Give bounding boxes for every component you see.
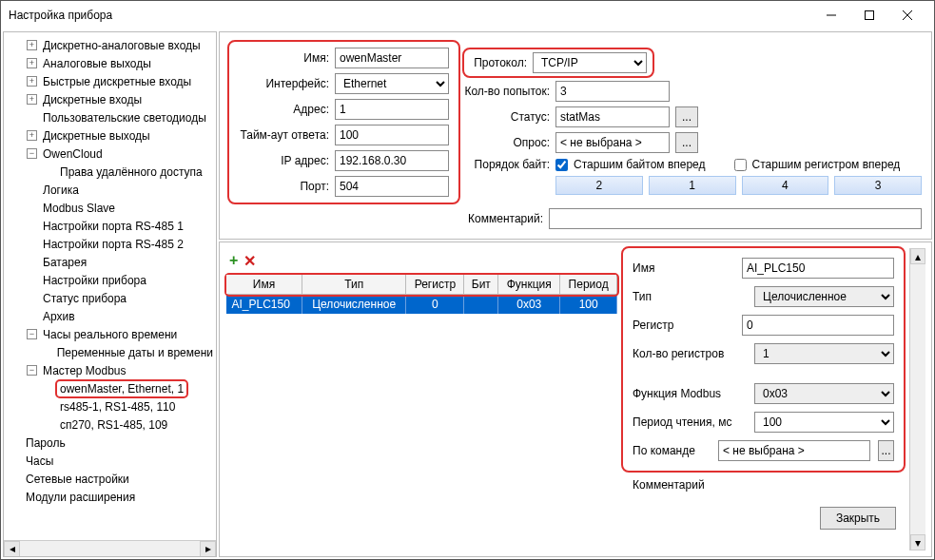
close-button[interactable]: Закрыть: [820, 507, 896, 530]
collapse-icon[interactable]: −: [27, 148, 37, 159]
byte-seg-2[interactable]: 2: [555, 176, 643, 195]
expand-icon[interactable]: +: [27, 76, 37, 87]
tree[interactable]: +Дискретно-аналоговые входы+Аналоговые в…: [4, 32, 216, 540]
tree-item[interactable]: −Часы реального времени: [4, 325, 216, 343]
expand-icon[interactable]: +: [27, 130, 37, 141]
tree-item[interactable]: Пароль: [4, 434, 216, 452]
port-input[interactable]: [335, 176, 449, 197]
tree-item[interactable]: Архив: [4, 307, 216, 325]
status-browse-button[interactable]: ...: [675, 106, 698, 127]
expand-icon[interactable]: +: [27, 94, 37, 105]
byte-seg-4[interactable]: 4: [742, 176, 829, 195]
tree-item[interactable]: Пользовательские светодиоды: [4, 108, 216, 126]
tree-item[interactable]: Сетевые настройки: [4, 470, 216, 488]
poll-input[interactable]: [555, 132, 670, 153]
tree-item[interactable]: rs485-1, RS1-485, 110: [4, 397, 216, 415]
protocol-select[interactable]: TCP/IP: [533, 52, 647, 73]
tree-item[interactable]: Права удалённого доступа: [4, 163, 216, 181]
d-name-input[interactable]: [742, 258, 894, 279]
tree-item[interactable]: +Аналоговые выходы: [4, 54, 216, 72]
ip-input[interactable]: [335, 150, 449, 171]
scroll-right-icon[interactable]: ▸: [200, 541, 216, 557]
tree-item-label: Сетевые настройки: [23, 472, 132, 487]
tree-item-label: owenMaster, Ethernet, 1: [57, 381, 186, 396]
comment-label: Комментарий:: [229, 212, 543, 225]
d-period-select[interactable]: 100: [754, 412, 894, 433]
status-label: Статус:: [464, 110, 550, 124]
poll-browse-button[interactable]: ...: [675, 132, 698, 153]
tree-item[interactable]: Переменные даты и времени: [4, 343, 216, 361]
ip-label: IP адрес:: [239, 154, 329, 167]
th-type[interactable]: Тип: [302, 275, 406, 295]
interface-label: Интерфейс:: [239, 77, 329, 90]
tree-item[interactable]: −Мастер Modbus: [4, 361, 216, 379]
d-cmd-input[interactable]: [718, 440, 870, 461]
tree-item-label: Права удалённого доступа: [57, 164, 205, 180]
tree-h-scrollbar[interactable]: ◂ ▸: [4, 540, 216, 556]
tree-item[interactable]: Настройки порта RS-485 2: [4, 235, 216, 253]
interface-select[interactable]: Ethernet: [335, 73, 449, 94]
th-bit[interactable]: Бит: [464, 275, 498, 295]
tree-item[interactable]: Модули расширения: [4, 488, 216, 506]
scroll-left-icon[interactable]: ◂: [4, 541, 20, 557]
tree-item[interactable]: сп270, RS1-485, 109: [4, 415, 216, 434]
th-period[interactable]: Период: [560, 275, 617, 295]
timeout-label: Тайм-аут ответа:: [239, 128, 329, 142]
tree-item[interactable]: +Дискретные входы: [4, 90, 216, 108]
expand-icon[interactable]: +: [27, 40, 37, 50]
register-detail-form: Имя ТипЦелочисленное Регистр Кол-во реги…: [623, 248, 904, 471]
d-cmd-browse-button[interactable]: ...: [878, 440, 894, 461]
tree-item[interactable]: +Быстрые дискретные входы: [4, 72, 216, 90]
d-type-select[interactable]: Целочисленное: [754, 286, 894, 307]
th-name[interactable]: Имя: [226, 275, 302, 295]
tree-item[interactable]: +Дискретные выходы: [4, 126, 216, 145]
d-regcnt-select[interactable]: 1: [754, 343, 894, 364]
d-func-select[interactable]: 0x03: [754, 383, 894, 404]
status-input[interactable]: [555, 106, 670, 127]
tree-panel: +Дискретно-аналоговые входы+Аналоговые в…: [3, 31, 217, 557]
d-reg-input[interactable]: [742, 315, 894, 336]
name-input[interactable]: [335, 48, 449, 68]
tree-item[interactable]: Настройки прибора: [4, 271, 216, 289]
tree-item[interactable]: −OwenCloud: [4, 145, 216, 163]
tree-item-label: Настройки порта RS-485 2: [40, 237, 186, 252]
detail-v-scrollbar[interactable]: ▴ ▾: [909, 248, 925, 550]
registers-table[interactable]: Имя Тип Регистр Бит Функция Период AI_PL…: [225, 274, 617, 314]
tree-item[interactable]: Часы: [4, 452, 216, 470]
msb-label: Старшим байтом вперед: [574, 158, 706, 171]
delete-row-icon[interactable]: ✕: [243, 252, 256, 270]
th-reg[interactable]: Регистр: [406, 275, 464, 295]
th-func[interactable]: Функция: [498, 275, 560, 295]
table-row[interactable]: AI_PLC150 Целочисленное 0 0x03 100: [226, 295, 617, 315]
add-row-icon[interactable]: +: [229, 252, 238, 270]
retry-input[interactable]: [555, 81, 670, 102]
maximize-button[interactable]: [850, 1, 888, 29]
collapse-icon[interactable]: −: [27, 329, 37, 339]
expand-icon[interactable]: +: [27, 58, 37, 68]
protocol-label: Протокол:: [470, 56, 527, 69]
close-window-button[interactable]: [888, 1, 926, 29]
timeout-input[interactable]: [335, 125, 449, 145]
tree-item[interactable]: Статус прибора: [4, 289, 216, 307]
minimize-button[interactable]: [812, 1, 850, 29]
device-settings-form: Имя: Интерфейс:Ethernet Адрес: Тайм-аут …: [219, 31, 932, 240]
tree-item[interactable]: +Дискретно-аналоговые входы: [4, 36, 216, 54]
tree-item[interactable]: Логика: [4, 181, 216, 199]
byte-seg-1[interactable]: 1: [649, 176, 736, 195]
tree-item[interactable]: Батарея: [4, 253, 216, 271]
msr-checkbox[interactable]: [734, 159, 747, 171]
tree-item[interactable]: Настройки порта RS-485 1: [4, 217, 216, 235]
tree-item[interactable]: Modbus Slave: [4, 199, 216, 217]
tree-item[interactable]: owenMaster, Ethernet, 1: [4, 379, 216, 397]
scroll-up-icon[interactable]: ▴: [910, 248, 925, 264]
tree-item-label: Часы: [23, 454, 56, 469]
byte-seg-3[interactable]: 3: [834, 176, 922, 195]
d-regcnt-label: Кол-во регистров: [633, 347, 747, 360]
d-cmd-label: По команде: [633, 444, 711, 457]
collapse-icon[interactable]: −: [27, 365, 37, 376]
address-input[interactable]: [335, 99, 449, 120]
scroll-down-icon[interactable]: ▾: [910, 534, 925, 550]
msr-label: Старшим регистром вперед: [752, 158, 901, 171]
msb-checkbox[interactable]: [555, 159, 568, 171]
comment-input[interactable]: [549, 208, 922, 229]
